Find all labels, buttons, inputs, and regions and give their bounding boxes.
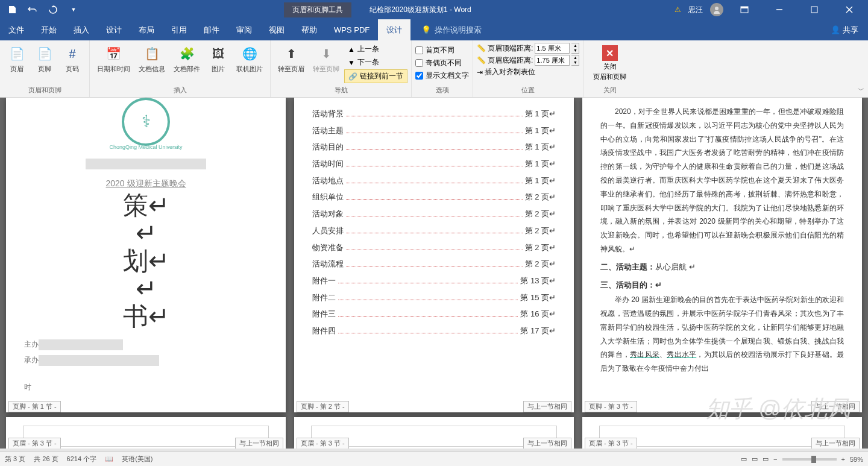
status-page[interactable]: 第 3 页 [5,455,25,464]
insert-align-tab-button[interactable]: ⇥插入对齐制表位 [477,67,579,77]
goto-footer-button[interactable]: ⬇转至页脚 [309,43,343,75]
subtitle-text: 2020 级迎新主题晚会 [24,175,268,192]
warning-icon[interactable]: ⚠ [675,5,681,14]
footer-button[interactable]: 📄页脚 [31,43,58,75]
tab-design[interactable]: 设计 [98,19,130,40]
different-odd-even-checkbox[interactable]: 奇偶页不同 [415,58,469,68]
save-icon[interactable] [5,2,19,17]
different-first-checkbox[interactable]: 首页不同 [415,45,469,55]
toc-row: 活动流程第 2 页↵ [312,257,556,272]
document-page-2[interactable]: 活动背景第 1 页↵活动主题第 1 页↵活动目的第 1 页↵活动时间第 1 页↵… [294,98,574,412]
previous-button[interactable]: ▲上一条 [344,43,407,55]
qat-dropdown-icon[interactable]: ▼ [66,2,81,17]
status-word-count[interactable]: 6214 个字 [67,455,97,464]
tab-layout[interactable]: 布局 [130,19,163,40]
show-doc-text-checkbox[interactable]: 显示文档文字 [415,71,469,81]
context-tab-header-footer: 页眉和页脚工具 [284,2,351,17]
header-tag-4: 页眉 - 第 3 节 - [8,438,61,449]
view-read-icon[interactable]: ▭ [752,455,758,463]
next-button[interactable]: ▼下一条 [344,56,407,69]
document-page-3[interactable]: 2020，对于全世界人民来说都是困难重重的一年，但也是冲破艰难险阻的一年。自新冠… [582,98,862,412]
footer-bottom-label: 页眉底端距离: [488,55,533,66]
calendar-icon: 📅 [104,44,124,63]
toc-row: 人员安排第 2 页↵ [312,224,556,239]
user-avatar[interactable] [710,3,723,16]
spin-up-icon[interactable]: ▲ [571,43,579,48]
minimize-icon[interactable] [766,0,793,19]
toc-row: 活动目的第 1 页↵ [312,140,556,155]
tab-references[interactable]: 引用 [163,19,195,40]
university-logo: ⚕ [122,98,170,146]
title-char-2: ↵ [24,219,268,247]
group-header-footer: 页眉和页脚 [4,86,86,96]
collapse-ribbon-icon[interactable]: ﹀ [858,86,864,95]
zoom-percent[interactable]: 59% [850,456,863,463]
title-char-3: 划↵ [24,247,268,275]
tell-me-search[interactable]: 💡 操作说明搜索 [410,25,482,36]
footer-tag-2: 页脚 - 第 2 节 - [297,401,349,412]
document-page-4-top[interactable]: 页眉 - 第 3 节 - 与上一节相同 [6,417,286,449]
spin-down-icon[interactable]: ▼ [571,60,579,65]
header-tag-6: 页眉 - 第 3 节 - [585,438,637,449]
online-picture-icon: 🌐 [240,44,259,63]
down-arrow-icon: ▼ [348,58,355,67]
document-title: 纪检部2020级迎新策划1 - Word [370,5,471,15]
close-header-footer-button[interactable]: ✕ 关闭 页眉和页脚 [587,43,632,84]
same-as-prev-5: 与上一节相同 [523,438,571,449]
tab-home[interactable]: 开始 [33,19,65,40]
datetime-button[interactable]: 📅日期和时间 [93,43,134,75]
spin-up-icon[interactable]: ▲ [571,55,579,60]
tab-view[interactable]: 视图 [260,19,293,40]
share-button[interactable]: 👤 共享 [831,25,858,36]
picture-button[interactable]: 🖼图片 [205,43,231,75]
info-icon: 📋 [142,44,162,63]
time-label: 时 [24,383,31,391]
toc-row: 组织单位第 2 页↵ [312,190,556,205]
tab-file[interactable]: 文件 [0,19,33,40]
spin-down-icon[interactable]: ▼ [571,48,579,53]
document-page-6-top[interactable]: 页眉 - 第 3 节 - 与上一节相同 [582,417,862,449]
tab-help[interactable]: 帮助 [293,19,326,40]
close-window-icon[interactable] [835,0,863,19]
zoom-slider[interactable] [782,458,837,461]
toc-row: 活动时间第 1 页↵ [312,157,556,172]
online-picture-button[interactable]: 🌐联机图片 [233,43,266,75]
tab-mailings[interactable]: 邮件 [195,19,228,40]
goto-header-button[interactable]: ⬆转至页眉 [274,43,308,75]
quickparts-button[interactable]: 🧩文档部件 [170,43,204,75]
group-insert: 插入 [93,86,266,96]
link-to-previous-button[interactable]: 🔗链接到前一节 [344,69,407,83]
same-as-prev-2: 与上一节相同 [523,401,571,412]
header-button[interactable]: 📄页眉 [4,43,30,75]
tab-review[interactable]: 审阅 [228,19,260,40]
view-print-icon[interactable]: ▭ [741,455,747,463]
status-language[interactable]: 英语(美国) [122,455,153,464]
tab-hf-design[interactable]: 设计 [378,19,410,40]
zoom-out-icon[interactable]: − [773,456,777,463]
header-top-label: 页眉顶端距离: [488,43,533,54]
tab-insert[interactable]: 插入 [65,19,98,40]
view-web-icon[interactable]: ▭ [763,455,769,463]
footer-bottom-input[interactable] [535,55,570,66]
footer-tag-1: 页脚 - 第 1 节 - [8,401,61,412]
zoom-in-icon[interactable]: + [841,456,845,463]
undo-icon[interactable] [25,2,40,17]
docinfo-button[interactable]: 📋文档信息 [135,43,169,75]
host-label: 主办 [24,340,39,348]
tab-wps-pdf[interactable]: WPS PDF [326,19,378,40]
goto-header-icon: ⬆ [281,44,301,63]
toc-row: 附件二第 15 页↵ [312,291,556,306]
maximize-icon[interactable] [800,0,828,19]
page-number-button[interactable]: #页码 [59,43,86,75]
toc-row: 活动对象第 2 页↵ [312,207,556,222]
group-options: 选项 [415,86,469,96]
redo-icon[interactable] [46,2,60,17]
group-navigation: 导航 [274,86,407,96]
page-number-icon: # [63,44,82,63]
document-page-5-top[interactable]: 页眉 - 第 3 节 - 与上一节相同 [294,417,574,449]
status-spellcheck-icon[interactable]: 📖 [105,455,113,463]
ribbon-display-icon[interactable] [731,0,758,19]
document-page-1[interactable]: ⚕ ChongQing Medical University 2020 级迎新主… [6,98,286,412]
group-position: 位置 [477,86,579,96]
header-top-input[interactable] [535,43,570,54]
